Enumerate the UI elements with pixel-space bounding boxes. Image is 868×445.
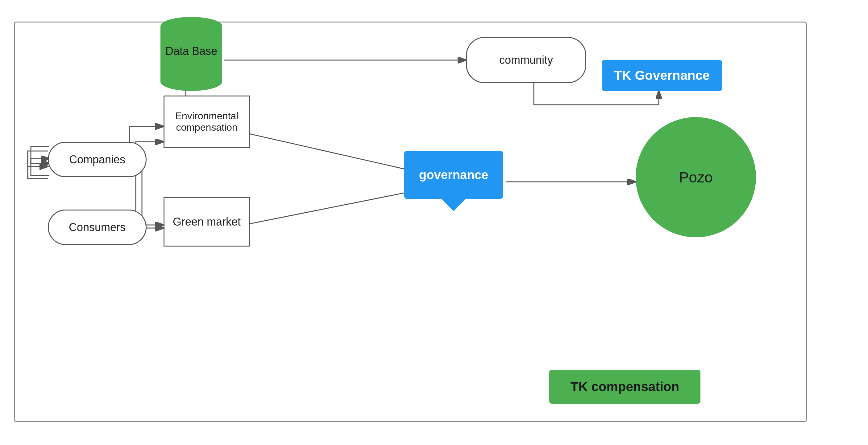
tk-compensation-label: TK compensation (570, 379, 679, 394)
companies-label: Companies (69, 153, 125, 166)
environmental-compensation-label: Environmental compensation (164, 107, 249, 136)
community-node: community (466, 37, 586, 83)
db-top (160, 17, 222, 35)
tk-governance-node: TK Governance (602, 60, 722, 91)
consumers-label: Consumers (69, 221, 126, 234)
environmental-compensation-node: Environmental compensation (163, 96, 250, 148)
companies-node: Companies (48, 142, 147, 177)
tk-compensation-node: TK compensation (549, 370, 701, 404)
consumers-node: Consumers (48, 210, 147, 245)
governance-label: governance (419, 168, 489, 182)
pozo-node: Pozo (636, 117, 756, 237)
community-label: community (499, 54, 553, 67)
pozo-label: Pozo (679, 169, 712, 186)
tk-governance-label: TK Governance (614, 68, 710, 83)
database-node: Data Base (160, 17, 222, 91)
governance-node: governance (404, 151, 503, 199)
green-market-node: Green market (163, 197, 250, 246)
db-bottom (160, 72, 222, 91)
green-market-label: Green market (173, 215, 241, 228)
